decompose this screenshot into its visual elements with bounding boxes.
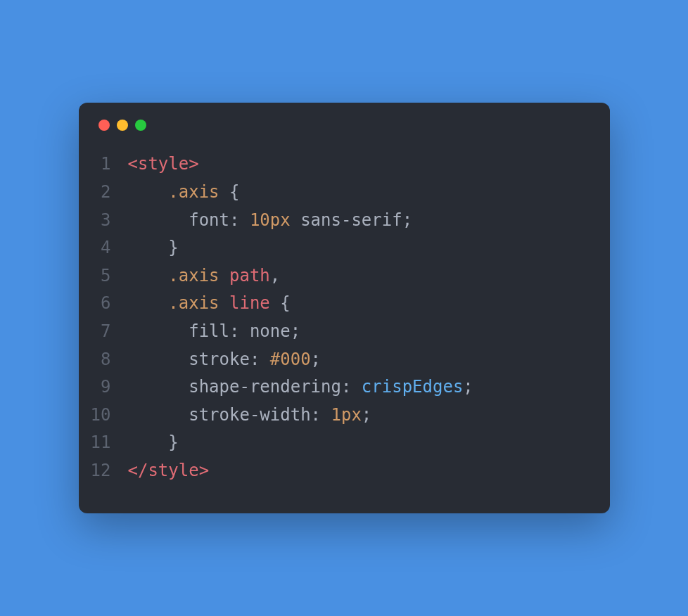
code-token: {	[219, 182, 240, 202]
code-token: ,	[270, 266, 280, 285]
code-indent	[128, 210, 189, 230]
line-number: 2	[79, 179, 128, 207]
code-indent	[128, 293, 169, 313]
maximize-icon[interactable]	[135, 120, 146, 131]
code-token: font	[189, 210, 229, 230]
code-content: </style>	[128, 457, 590, 485]
code-content: <style>	[128, 150, 590, 179]
line-number: 6	[79, 290, 128, 318]
code-line: 3 font: 10px sans-serif;	[79, 207, 590, 235]
code-token: 10px	[250, 210, 291, 230]
code-token: }	[168, 432, 178, 452]
code-token: #000	[270, 349, 311, 369]
code-token: ;	[463, 377, 473, 397]
code-content: stroke: #000;	[128, 346, 590, 374]
code-token: 1px	[331, 405, 362, 425]
code-editor[interactable]: 1<style>2 .axis {3 font: 10px sans-serif…	[79, 150, 610, 485]
code-line: 1<style>	[79, 150, 590, 179]
code-window: 1<style>2 .axis {3 font: 10px sans-serif…	[79, 103, 610, 513]
code-content: stroke-width: 1px;	[128, 402, 590, 430]
line-number: 7	[79, 318, 128, 346]
code-token	[219, 293, 229, 313]
code-token: <style>	[128, 154, 199, 174]
line-number: 3	[79, 207, 128, 235]
code-indent	[128, 266, 169, 285]
code-token: </style>	[128, 461, 210, 480]
line-number: 10	[79, 402, 128, 430]
code-line: 12</style>	[79, 457, 590, 485]
line-number: 5	[79, 262, 128, 290]
code-content: }	[128, 234, 590, 262]
code-token: .axis	[168, 266, 219, 285]
line-number: 11	[79, 429, 128, 457]
code-line: 11 }	[79, 429, 590, 457]
code-content: shape-rendering: crispEdges;	[128, 373, 590, 402]
code-token: stroke	[189, 349, 250, 369]
code-content: }	[128, 429, 590, 457]
code-token: shape-rendering	[189, 377, 341, 397]
minimize-icon[interactable]	[117, 120, 128, 131]
code-token: :	[250, 349, 270, 369]
code-token: fill	[189, 321, 229, 341]
line-number: 4	[79, 234, 128, 262]
code-line: 6 .axis line {	[79, 290, 590, 318]
code-content: .axis path,	[128, 262, 590, 290]
code-indent	[128, 377, 189, 397]
code-line: 7 fill: none;	[79, 318, 590, 346]
code-content: .axis {	[128, 179, 590, 207]
code-indent	[128, 405, 189, 425]
code-token: :	[311, 405, 331, 425]
code-token: sans-serif;	[291, 210, 412, 230]
code-content: fill: none;	[128, 318, 590, 346]
code-indent	[128, 238, 169, 257]
line-number: 12	[79, 457, 128, 485]
line-number: 1	[79, 150, 128, 179]
code-token: :	[229, 210, 250, 230]
code-token: stroke-width	[189, 405, 310, 425]
line-number: 9	[79, 373, 128, 402]
window-controls	[79, 120, 610, 150]
code-token: }	[168, 238, 178, 257]
code-line: 5 .axis path,	[79, 262, 590, 290]
code-line: 2 .axis {	[79, 179, 590, 207]
code-line: 9 shape-rendering: crispEdges;	[79, 373, 590, 402]
code-token: {	[270, 293, 291, 313]
code-token: crispEdges	[362, 377, 464, 397]
code-indent	[128, 349, 189, 369]
code-token: .axis	[168, 293, 219, 313]
code-token: :	[341, 377, 362, 397]
code-token: ;	[362, 405, 371, 425]
code-indent	[128, 321, 189, 341]
close-icon[interactable]	[98, 120, 110, 131]
code-token: .axis	[168, 182, 219, 202]
line-number: 8	[79, 346, 128, 374]
code-line: 10 stroke-width: 1px;	[79, 402, 590, 430]
code-token	[219, 266, 229, 285]
code-content: font: 10px sans-serif;	[128, 207, 590, 235]
code-token: ;	[311, 349, 321, 369]
code-line: 4 }	[79, 234, 590, 262]
code-indent	[128, 432, 169, 452]
code-token: path	[229, 266, 270, 285]
code-content: .axis line {	[128, 290, 590, 318]
code-token: line	[229, 293, 270, 313]
code-line: 8 stroke: #000;	[79, 346, 590, 374]
code-indent	[128, 182, 169, 202]
code-token: : none;	[229, 321, 300, 341]
